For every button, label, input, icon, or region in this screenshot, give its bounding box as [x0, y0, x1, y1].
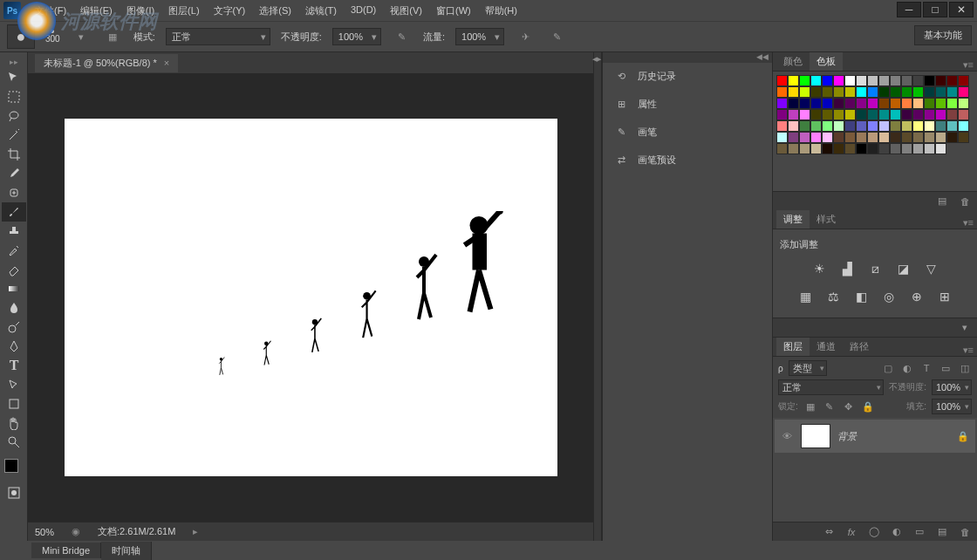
pen-tool[interactable] — [2, 337, 26, 356]
curves-icon[interactable]: ⧄ — [866, 260, 884, 277]
swatch[interactable] — [799, 86, 810, 98]
menu-item[interactable]: 选择(S) — [252, 3, 298, 19]
brush-size[interactable]: 300 — [45, 34, 60, 44]
swatch[interactable] — [776, 109, 788, 120]
swatch[interactable] — [901, 132, 912, 143]
crop-tool[interactable] — [2, 145, 26, 164]
history-panel-button[interactable]: ⟲历史记录 — [603, 63, 772, 91]
history-brush-tool[interactable] — [2, 241, 26, 260]
swatch[interactable] — [935, 132, 946, 143]
swatch[interactable] — [833, 98, 844, 109]
layer-fx-icon[interactable]: fx — [844, 525, 858, 539]
filter-smart-icon[interactable]: ◫ — [958, 361, 972, 375]
swatch[interactable] — [856, 75, 867, 86]
tab-paths[interactable]: 路径 — [843, 338, 876, 356]
swatch[interactable] — [822, 98, 833, 109]
swatch[interactable] — [822, 120, 833, 132]
lock-all-icon[interactable]: 🔒 — [861, 400, 875, 413]
swatch[interactable] — [935, 86, 946, 98]
tab-swatches[interactable]: 色板 — [810, 52, 843, 71]
swatch[interactable] — [776, 132, 788, 143]
shape-tool[interactable] — [2, 394, 26, 413]
swatch[interactable] — [901, 143, 912, 154]
swatch[interactable] — [799, 120, 810, 132]
swatch[interactable] — [912, 109, 924, 120]
swatch[interactable] — [946, 109, 958, 120]
swatch[interactable] — [833, 75, 844, 86]
zoom-level[interactable]: 50% — [35, 527, 54, 537]
swatch[interactable] — [776, 120, 788, 132]
swatch[interactable] — [935, 98, 946, 109]
swatch[interactable] — [833, 132, 844, 143]
tab-channels[interactable]: 通道 — [810, 338, 843, 356]
swatch[interactable] — [856, 120, 867, 132]
airbrush-icon[interactable]: ✈ — [515, 26, 536, 47]
swatch[interactable] — [935, 75, 946, 86]
brush-presets-button[interactable]: ⇄画笔预设 — [603, 147, 772, 174]
swatch[interactable] — [844, 132, 856, 143]
menu-item[interactable]: 滤镜(T) — [298, 3, 344, 19]
swatch[interactable] — [799, 98, 810, 109]
move-tool[interactable] — [2, 68, 26, 87]
lock-image-icon[interactable]: ✎ — [823, 400, 837, 413]
expand-icon[interactable]: ▸▸ — [2, 56, 26, 68]
panel-menu-icon[interactable]: ▾≡ — [963, 217, 974, 229]
channel-mixer-icon[interactable]: ⊕ — [908, 288, 926, 305]
swatch[interactable] — [912, 86, 924, 98]
photo-filter-icon[interactable]: ◎ — [880, 288, 898, 305]
swatch[interactable] — [878, 120, 890, 132]
properties-panel-button[interactable]: ⊞属性 — [603, 91, 772, 119]
filter-type-icon[interactable]: T — [919, 361, 933, 375]
layer-filter-dropdown[interactable]: 类型 — [789, 360, 827, 376]
tab-color[interactable]: 颜色 — [776, 52, 810, 71]
swatch[interactable] — [912, 75, 924, 86]
panel-menu-icon[interactable]: ▾≡ — [963, 345, 974, 356]
layer-opacity-input[interactable]: 100% — [932, 379, 972, 395]
swatch[interactable] — [810, 75, 822, 86]
delete-layer-icon[interactable]: 🗑 — [958, 525, 972, 539]
swatch[interactable] — [878, 98, 890, 109]
wand-tool[interactable] — [2, 126, 26, 145]
swatch[interactable] — [810, 109, 822, 120]
swatch[interactable] — [810, 143, 822, 154]
swatch[interactable] — [776, 86, 788, 98]
filter-shape-icon[interactable]: ▭ — [939, 361, 953, 375]
hue-icon[interactable]: ▦ — [796, 288, 814, 305]
menu-item[interactable]: 窗口(W) — [429, 3, 478, 19]
swatch[interactable] — [946, 120, 958, 132]
swatch[interactable] — [867, 75, 878, 86]
swatch[interactable] — [810, 120, 822, 132]
swatch[interactable] — [844, 120, 856, 132]
layer-blend-dropdown[interactable]: 正常 — [778, 379, 884, 395]
swatch[interactable] — [946, 75, 958, 86]
menu-item[interactable]: 文字(Y) — [207, 3, 253, 19]
visibility-icon[interactable]: 👁 — [780, 429, 794, 443]
delete-swatch-icon[interactable]: 🗑 — [958, 195, 972, 208]
swatch[interactable] — [810, 86, 822, 98]
pressure-size-icon[interactable]: ✎ — [546, 26, 567, 47]
swatch[interactable] — [844, 143, 856, 154]
swatch[interactable] — [878, 75, 890, 86]
balance-icon[interactable]: ⚖ — [824, 288, 842, 305]
foreground-background-colors[interactable] — [2, 457, 26, 483]
layer-row-background[interactable]: 👁 背景 🔒 — [775, 420, 975, 453]
swatch[interactable] — [844, 75, 856, 86]
close-tab-icon[interactable]: × — [164, 58, 169, 68]
swatch[interactable] — [788, 143, 799, 154]
minimize-button[interactable]: ─ — [897, 2, 921, 17]
swatch[interactable] — [833, 86, 844, 98]
panel-menu-icon[interactable]: ▾≡ — [963, 59, 974, 71]
swatch[interactable] — [935, 143, 946, 154]
brush-panel-button[interactable]: ✎画笔 — [603, 119, 772, 147]
vibrance-icon[interactable]: ▽ — [922, 260, 939, 277]
swatch[interactable] — [935, 120, 946, 132]
swatch[interactable] — [924, 132, 935, 143]
swatch[interactable] — [924, 143, 935, 154]
swatch[interactable] — [901, 86, 912, 98]
swatch[interactable] — [867, 98, 878, 109]
swatch[interactable] — [856, 132, 867, 143]
swatch[interactable] — [890, 109, 901, 120]
tab-timeline[interactable]: 时间轴 — [101, 542, 152, 560]
swatch[interactable] — [912, 143, 924, 154]
swatch[interactable] — [924, 86, 935, 98]
